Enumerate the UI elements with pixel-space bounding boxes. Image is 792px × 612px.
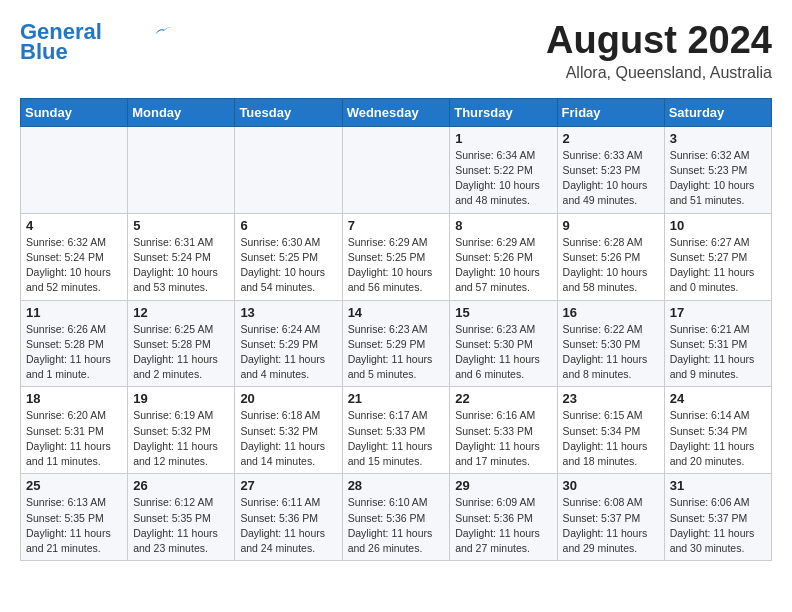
weekday-header-monday: Monday — [128, 98, 235, 126]
calendar-cell: 7Sunrise: 6:29 AMSunset: 5:25 PMDaylight… — [342, 213, 450, 300]
week-row-5: 25Sunrise: 6:13 AMSunset: 5:35 PMDayligh… — [21, 474, 772, 561]
weekday-header-wednesday: Wednesday — [342, 98, 450, 126]
day-info: Sunrise: 6:08 AMSunset: 5:37 PMDaylight:… — [563, 495, 659, 556]
day-number: 3 — [670, 131, 766, 146]
day-info: Sunrise: 6:30 AMSunset: 5:25 PMDaylight:… — [240, 235, 336, 296]
weekday-header-sunday: Sunday — [21, 98, 128, 126]
calendar-cell: 6Sunrise: 6:30 AMSunset: 5:25 PMDaylight… — [235, 213, 342, 300]
calendar-cell: 27Sunrise: 6:11 AMSunset: 5:36 PMDayligh… — [235, 474, 342, 561]
calendar-cell: 22Sunrise: 6:16 AMSunset: 5:33 PMDayligh… — [450, 387, 557, 474]
day-number: 13 — [240, 305, 336, 320]
day-info: Sunrise: 6:13 AMSunset: 5:35 PMDaylight:… — [26, 495, 122, 556]
calendar-table: SundayMondayTuesdayWednesdayThursdayFrid… — [20, 98, 772, 561]
day-number: 22 — [455, 391, 551, 406]
day-info: Sunrise: 6:31 AMSunset: 5:24 PMDaylight:… — [133, 235, 229, 296]
weekday-header-row: SundayMondayTuesdayWednesdayThursdayFrid… — [21, 98, 772, 126]
calendar-cell: 23Sunrise: 6:15 AMSunset: 5:34 PMDayligh… — [557, 387, 664, 474]
calendar-cell: 5Sunrise: 6:31 AMSunset: 5:24 PMDaylight… — [128, 213, 235, 300]
calendar-cell: 18Sunrise: 6:20 AMSunset: 5:31 PMDayligh… — [21, 387, 128, 474]
logo: General Blue — [20, 20, 172, 64]
day-number: 10 — [670, 218, 766, 233]
day-number: 31 — [670, 478, 766, 493]
day-info: Sunrise: 6:06 AMSunset: 5:37 PMDaylight:… — [670, 495, 766, 556]
calendar-cell: 26Sunrise: 6:12 AMSunset: 5:35 PMDayligh… — [128, 474, 235, 561]
calendar-cell — [21, 126, 128, 213]
day-number: 7 — [348, 218, 445, 233]
calendar-cell: 12Sunrise: 6:25 AMSunset: 5:28 PMDayligh… — [128, 300, 235, 387]
calendar-cell — [128, 126, 235, 213]
calendar-cell: 21Sunrise: 6:17 AMSunset: 5:33 PMDayligh… — [342, 387, 450, 474]
day-number: 6 — [240, 218, 336, 233]
day-number: 19 — [133, 391, 229, 406]
calendar-cell — [235, 126, 342, 213]
day-number: 8 — [455, 218, 551, 233]
location-subtitle: Allora, Queensland, Australia — [546, 64, 772, 82]
calendar-cell: 16Sunrise: 6:22 AMSunset: 5:30 PMDayligh… — [557, 300, 664, 387]
calendar-cell: 10Sunrise: 6:27 AMSunset: 5:27 PMDayligh… — [664, 213, 771, 300]
weekday-header-thursday: Thursday — [450, 98, 557, 126]
calendar-cell: 14Sunrise: 6:23 AMSunset: 5:29 PMDayligh… — [342, 300, 450, 387]
day-info: Sunrise: 6:29 AMSunset: 5:25 PMDaylight:… — [348, 235, 445, 296]
week-row-3: 11Sunrise: 6:26 AMSunset: 5:28 PMDayligh… — [21, 300, 772, 387]
day-info: Sunrise: 6:26 AMSunset: 5:28 PMDaylight:… — [26, 322, 122, 383]
day-info: Sunrise: 6:09 AMSunset: 5:36 PMDaylight:… — [455, 495, 551, 556]
day-info: Sunrise: 6:24 AMSunset: 5:29 PMDaylight:… — [240, 322, 336, 383]
week-row-2: 4Sunrise: 6:32 AMSunset: 5:24 PMDaylight… — [21, 213, 772, 300]
day-info: Sunrise: 6:25 AMSunset: 5:28 PMDaylight:… — [133, 322, 229, 383]
calendar-cell: 13Sunrise: 6:24 AMSunset: 5:29 PMDayligh… — [235, 300, 342, 387]
day-number: 9 — [563, 218, 659, 233]
calendar-cell: 1Sunrise: 6:34 AMSunset: 5:22 PMDaylight… — [450, 126, 557, 213]
day-number: 2 — [563, 131, 659, 146]
day-number: 24 — [670, 391, 766, 406]
day-info: Sunrise: 6:18 AMSunset: 5:32 PMDaylight:… — [240, 408, 336, 469]
day-number: 14 — [348, 305, 445, 320]
calendar-cell: 15Sunrise: 6:23 AMSunset: 5:30 PMDayligh… — [450, 300, 557, 387]
calendar-cell: 2Sunrise: 6:33 AMSunset: 5:23 PMDaylight… — [557, 126, 664, 213]
day-number: 25 — [26, 478, 122, 493]
day-info: Sunrise: 6:21 AMSunset: 5:31 PMDaylight:… — [670, 322, 766, 383]
day-info: Sunrise: 6:10 AMSunset: 5:36 PMDaylight:… — [348, 495, 445, 556]
weekday-header-saturday: Saturday — [664, 98, 771, 126]
logo-blue-text: Blue — [20, 40, 68, 64]
calendar-cell: 30Sunrise: 6:08 AMSunset: 5:37 PMDayligh… — [557, 474, 664, 561]
day-number: 11 — [26, 305, 122, 320]
calendar-cell: 24Sunrise: 6:14 AMSunset: 5:34 PMDayligh… — [664, 387, 771, 474]
month-year-title: August 2024 — [546, 20, 772, 62]
logo-bird-icon — [152, 24, 172, 38]
day-info: Sunrise: 6:32 AMSunset: 5:23 PMDaylight:… — [670, 148, 766, 209]
day-number: 30 — [563, 478, 659, 493]
day-number: 4 — [26, 218, 122, 233]
weekday-header-friday: Friday — [557, 98, 664, 126]
title-block: August 2024 Allora, Queensland, Australi… — [546, 20, 772, 82]
day-info: Sunrise: 6:11 AMSunset: 5:36 PMDaylight:… — [240, 495, 336, 556]
day-info: Sunrise: 6:27 AMSunset: 5:27 PMDaylight:… — [670, 235, 766, 296]
day-info: Sunrise: 6:17 AMSunset: 5:33 PMDaylight:… — [348, 408, 445, 469]
day-number: 16 — [563, 305, 659, 320]
calendar-cell: 17Sunrise: 6:21 AMSunset: 5:31 PMDayligh… — [664, 300, 771, 387]
calendar-cell — [342, 126, 450, 213]
day-number: 29 — [455, 478, 551, 493]
day-number: 17 — [670, 305, 766, 320]
calendar-cell: 9Sunrise: 6:28 AMSunset: 5:26 PMDaylight… — [557, 213, 664, 300]
calendar-cell: 31Sunrise: 6:06 AMSunset: 5:37 PMDayligh… — [664, 474, 771, 561]
day-number: 28 — [348, 478, 445, 493]
calendar-cell: 3Sunrise: 6:32 AMSunset: 5:23 PMDaylight… — [664, 126, 771, 213]
day-info: Sunrise: 6:20 AMSunset: 5:31 PMDaylight:… — [26, 408, 122, 469]
calendar-cell: 11Sunrise: 6:26 AMSunset: 5:28 PMDayligh… — [21, 300, 128, 387]
day-info: Sunrise: 6:12 AMSunset: 5:35 PMDaylight:… — [133, 495, 229, 556]
day-number: 18 — [26, 391, 122, 406]
calendar-cell: 28Sunrise: 6:10 AMSunset: 5:36 PMDayligh… — [342, 474, 450, 561]
page-header: General Blue August 2024 Allora, Queensl… — [20, 20, 772, 82]
calendar-header: SundayMondayTuesdayWednesdayThursdayFrid… — [21, 98, 772, 126]
calendar-cell: 4Sunrise: 6:32 AMSunset: 5:24 PMDaylight… — [21, 213, 128, 300]
day-info: Sunrise: 6:14 AMSunset: 5:34 PMDaylight:… — [670, 408, 766, 469]
calendar-cell: 29Sunrise: 6:09 AMSunset: 5:36 PMDayligh… — [450, 474, 557, 561]
day-info: Sunrise: 6:29 AMSunset: 5:26 PMDaylight:… — [455, 235, 551, 296]
day-number: 23 — [563, 391, 659, 406]
calendar-cell: 8Sunrise: 6:29 AMSunset: 5:26 PMDaylight… — [450, 213, 557, 300]
day-info: Sunrise: 6:34 AMSunset: 5:22 PMDaylight:… — [455, 148, 551, 209]
day-number: 26 — [133, 478, 229, 493]
day-number: 15 — [455, 305, 551, 320]
day-number: 21 — [348, 391, 445, 406]
day-info: Sunrise: 6:16 AMSunset: 5:33 PMDaylight:… — [455, 408, 551, 469]
